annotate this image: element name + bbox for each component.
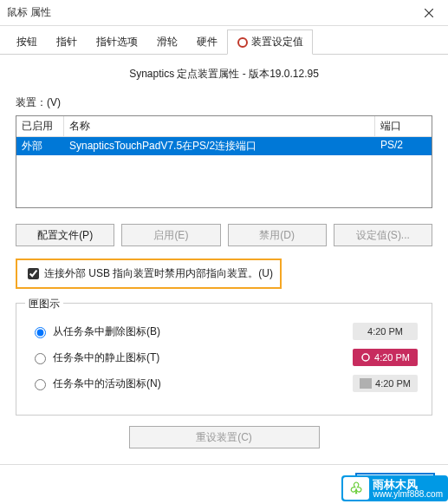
tray-icon-group: 匣图示 从任务条中删除图标(B) 4:20 PM 任务条中的静止图标(T) 4:… [16, 303, 432, 416]
enable-button[interactable]: 启用(E) [121, 224, 220, 246]
disable-button[interactable]: 禁用(D) [228, 224, 327, 246]
synaptics-icon [237, 36, 249, 49]
touchpad-tray-icon [360, 378, 372, 389]
disable-internal-checkbox[interactable] [28, 268, 39, 279]
page-subtitle: Synaptics 定点装置属性 - 版本19.0.12.95 [16, 67, 432, 82]
time-chip-2: 4:20 PM [353, 349, 418, 366]
reset-device-button[interactable]: 重设装置(C) [129, 426, 320, 448]
cell-name: SynapticsTouchPadV7.5在PS/2连接端口 [64, 137, 375, 155]
col-enabled[interactable]: 已启用 [16, 116, 64, 136]
radio-remove-icon[interactable] [35, 327, 46, 338]
watermark: ♧ 雨林木风 www.ylmf888.com [341, 475, 448, 501]
synaptics-tray-icon [360, 352, 371, 363]
col-name[interactable]: 名称 [64, 116, 375, 136]
usb-disable-option: 连接外部 USB 指向装置时禁用内部指向装置。(U) [16, 259, 282, 289]
tab-device-settings[interactable]: 装置设定值 [227, 29, 313, 55]
radio-static-label: 任务条中的静止图标(T) [53, 350, 353, 365]
tab-hardware[interactable]: 硬件 [187, 29, 227, 54]
tab-wheel[interactable]: 滑轮 [147, 29, 187, 54]
settings-button[interactable]: 设定值(S)... [334, 224, 432, 246]
device-table[interactable]: 已启用 名称 端口 外部 SynapticsTouchPadV7.5在PS/2连… [16, 115, 432, 208]
disable-internal-label: 连接外部 USB 指向装置时禁用内部指向装置。(U) [44, 266, 273, 281]
tab-pointer-options[interactable]: 指针选项 [87, 29, 147, 54]
profile-button[interactable]: 配置文件(P) [16, 224, 114, 246]
svg-point-1 [362, 354, 369, 361]
watermark-brand: 雨林木风 [373, 479, 443, 490]
window-title: 鼠标 属性 [7, 5, 51, 20]
col-port[interactable]: 端口 [375, 116, 432, 136]
tab-pointer[interactable]: 指针 [47, 29, 87, 54]
tab-bar: 按钮 指针 指针选项 滑轮 硬件 装置设定值 [0, 26, 448, 55]
tab-buttons[interactable]: 按钮 [7, 29, 47, 54]
time-chip-3: 4:20 PM [353, 375, 418, 392]
watermark-url: www.ylmf888.com [373, 490, 443, 499]
time-chip-1: 4:20 PM [353, 323, 418, 340]
radio-active-icon[interactable] [35, 379, 46, 390]
tray-legend: 匣图示 [25, 297, 63, 311]
radio-static-icon[interactable] [35, 353, 46, 364]
watermark-icon: ♧ [343, 477, 369, 500]
cell-port: PS/2 [375, 137, 432, 155]
close-button[interactable] [409, 0, 448, 26]
close-icon [425, 9, 433, 17]
cell-enabled: 外部 [16, 137, 64, 155]
radio-remove-label: 从任务条中删除图标(B) [53, 324, 353, 339]
svg-point-0 [238, 38, 247, 47]
radio-active-label: 任务条中的活动图标(N) [53, 376, 353, 391]
device-list-label: 装置：(V) [16, 95, 432, 110]
table-row[interactable]: 外部 SynapticsTouchPadV7.5在PS/2连接端口 PS/2 [16, 137, 432, 155]
